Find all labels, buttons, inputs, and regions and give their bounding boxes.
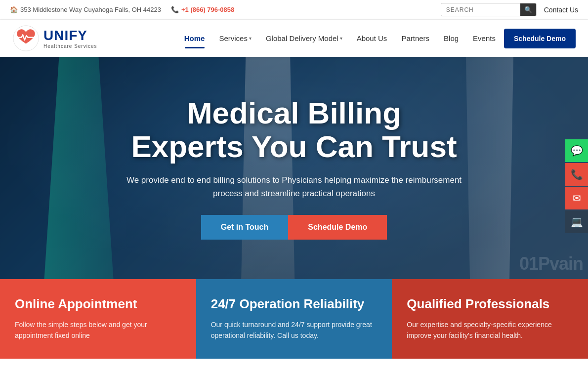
hero-title-line1: Medical Billing <box>187 96 401 130</box>
feature-2-title: 24/7 Operation Reliability <box>211 296 378 312</box>
gdm-arrow: ▾ <box>340 36 342 41</box>
hero-section: Medical Billing Experts You Can Trust We… <box>0 57 588 279</box>
home-icon: 🏠 <box>10 6 18 13</box>
hero-buttons: Get in Touch Schedule Demo <box>121 215 467 240</box>
email-side-btn[interactable]: ✉ <box>565 187 588 209</box>
nav-global-delivery[interactable]: Global Delivery Model ▾ <box>260 30 348 46</box>
nav-schedule-btn[interactable]: Schedule Demo <box>504 29 576 48</box>
phone-info[interactable]: 📞 +1 (866) 796-0858 <box>171 6 234 13</box>
phone-side-btn[interactable]: 📞 <box>565 163 588 186</box>
nav-links: Home Services ▾ Global Delivery Model ▾ … <box>178 29 576 48</box>
nav-events[interactable]: Events <box>467 30 502 46</box>
search-box[interactable]: 🔍 <box>441 3 537 16</box>
side-buttons: 💬 📞 ✉ 💻 <box>565 139 588 233</box>
schedule-demo-btn[interactable]: Schedule Demo <box>288 215 387 240</box>
feature-qualified-professionals: Qualified Professionals Our expertise an… <box>392 279 588 359</box>
feature-1-desc: Follow the simple steps below and get yo… <box>15 319 181 341</box>
phone-float-icon: 📞 <box>571 168 583 180</box>
navbar: UNIFY Healthcare Services Home Services … <box>0 20 588 57</box>
search-button[interactable]: 🔍 <box>520 3 536 16</box>
search-input[interactable] <box>441 4 520 15</box>
top-bar-left: 🏠 353 Middlestone Way Cuyahoga Falls, OH… <box>10 6 234 13</box>
laptop-side-btn[interactable]: 💻 <box>565 210 588 233</box>
hero-title: Medical Billing Experts You Can Trust <box>121 96 467 164</box>
get-in-touch-btn[interactable]: Get in Touch <box>201 215 289 240</box>
hero-subtitle: We provide end to end billing solutions … <box>121 173 467 200</box>
feature-3-desc: Our expertise and specialty-specific exp… <box>407 319 573 341</box>
nav-about[interactable]: About Us <box>351 30 393 46</box>
laptop-icon: 💻 <box>571 216 583 228</box>
top-bar-right: 🔍 Contact Us <box>441 3 578 16</box>
nav-services[interactable]: Services ▾ <box>213 30 257 46</box>
email-icon: ✉ <box>573 192 581 204</box>
features-section: Online Appointment Follow the simple ste… <box>0 279 588 359</box>
address-info: 🏠 353 Middlestone Way Cuyahoga Falls, OH… <box>10 6 161 13</box>
hero-title-line2: Experts You Can Trust <box>131 129 457 164</box>
nav-blog[interactable]: Blog <box>438 30 464 46</box>
whatsapp-icon: 💬 <box>571 145 583 157</box>
top-bar: 🏠 353 Middlestone Way Cuyahoga Falls, OH… <box>0 0 588 20</box>
whatsapp-side-btn[interactable]: 💬 <box>565 139 588 162</box>
services-arrow: ▾ <box>249 36 252 41</box>
nav-partners[interactable]: Partners <box>395 30 435 46</box>
feature-24-7-reliability: 24/7 Operation Reliability Our quick tur… <box>196 279 392 359</box>
logo-icon <box>12 25 40 52</box>
hero-content: Medical Billing Experts You Can Trust We… <box>101 96 487 240</box>
phone-icon: 📞 <box>171 6 179 13</box>
feature-2-desc: Our quick turnaround and 24/7 support pr… <box>211 319 378 341</box>
feature-1-title: Online Appointment <box>15 296 181 312</box>
logo-text: UNIFY Healthcare Services <box>43 28 97 49</box>
logo-subtitle: Healthcare Services <box>43 43 97 49</box>
feature-online-appointment: Online Appointment Follow the simple ste… <box>0 279 196 359</box>
feature-3-title: Qualified Professionals <box>407 296 573 312</box>
logo-brand: UNIFY <box>43 28 97 43</box>
contact-us-link[interactable]: Contact Us <box>544 6 578 14</box>
logo-area[interactable]: UNIFY Healthcare Services <box>12 25 97 52</box>
phone-text: +1 (866) 796-0858 <box>181 6 234 13</box>
watermark: 01Pvain <box>519 253 583 274</box>
address-text: 353 Middlestone Way Cuyahoga Falls, OH 4… <box>20 6 161 13</box>
nav-home[interactable]: Home <box>178 30 211 46</box>
